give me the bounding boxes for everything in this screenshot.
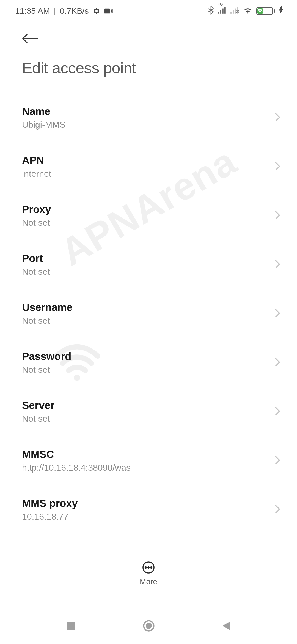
setting-value: Not set <box>22 365 72 375</box>
nav-home-button[interactable] <box>143 620 155 633</box>
setting-mmsc[interactable]: MMSC http://10.16.18.4:38090/was <box>0 436 297 485</box>
chevron-right-icon <box>274 161 280 172</box>
chevron-right-icon <box>274 308 280 319</box>
back-button[interactable] <box>22 33 282 45</box>
chevron-right-icon <box>274 406 280 417</box>
svg-rect-3 <box>220 10 221 14</box>
chevron-right-icon <box>274 455 280 466</box>
svg-rect-5 <box>224 7 226 14</box>
charging-icon <box>279 6 283 16</box>
chevron-right-icon <box>274 259 280 270</box>
nav-bar <box>0 608 297 644</box>
svg-rect-14 <box>67 622 75 630</box>
setting-label: Proxy <box>22 204 51 215</box>
setting-username[interactable]: Username Not set <box>0 289 297 338</box>
setting-label: APN <box>22 155 51 167</box>
battery-icon: 38 <box>256 7 275 15</box>
setting-value: Not set <box>22 267 50 277</box>
setting-label: Name <box>22 106 65 118</box>
setting-value: Ubigi-MMS <box>22 120 65 130</box>
svg-rect-4 <box>222 9 224 14</box>
setting-value: 10.16.18.77 <box>22 512 78 522</box>
chevron-right-icon <box>274 112 280 123</box>
svg-rect-1 <box>104 9 110 14</box>
setting-password[interactable]: Password Not set <box>0 338 297 387</box>
setting-mms-proxy[interactable]: MMS proxy 10.16.18.77 <box>0 485 297 534</box>
setting-value: Not set <box>22 414 54 424</box>
setting-port[interactable]: Port Not set <box>0 240 297 289</box>
bluetooth-icon <box>208 6 214 17</box>
signal-no-icon <box>230 6 239 16</box>
svg-rect-2 <box>218 12 219 13</box>
camera-icon <box>104 8 113 14</box>
setting-proxy[interactable]: Proxy Not set <box>0 191 297 240</box>
status-bar: 11:35 AM | 0.7KB/s 4G 38 <box>0 0 297 22</box>
svg-rect-6 <box>230 12 232 13</box>
status-time: 11:35 AM <box>15 6 50 16</box>
setting-apn[interactable]: APN internet <box>0 142 297 191</box>
setting-value: internet <box>22 169 51 179</box>
chevron-right-icon <box>274 210 280 221</box>
status-separator: | <box>54 6 56 16</box>
page-title: Edit access point <box>22 59 282 77</box>
nav-back-button[interactable] <box>221 621 231 632</box>
setting-value: http://10.16.18.4:38090/was <box>22 463 131 473</box>
svg-rect-8 <box>235 9 236 14</box>
setting-name[interactable]: Name Ubigi-MMS <box>0 93 297 142</box>
setting-label: Username <box>22 302 73 313</box>
setting-label: Server <box>22 400 54 411</box>
setting-label: Password <box>22 351 72 362</box>
chevron-right-icon <box>274 357 280 368</box>
gear-icon <box>93 7 100 15</box>
wifi-icon <box>243 6 252 16</box>
chevron-right-icon <box>274 504 280 515</box>
setting-label: MMS proxy <box>22 498 78 509</box>
header: Edit access point <box>0 22 297 77</box>
setting-value: Not set <box>22 316 73 326</box>
nav-recent-button[interactable] <box>66 621 76 632</box>
settings-list: Name Ubigi-MMS APN internet Proxy Not se… <box>0 77 297 534</box>
setting-label: MMSC <box>22 449 131 460</box>
status-data-rate: 0.7KB/s <box>60 6 89 16</box>
setting-label: Port <box>22 253 50 264</box>
svg-point-16 <box>146 623 152 629</box>
svg-rect-7 <box>233 10 234 14</box>
signal-4g-icon: 4G <box>218 6 227 16</box>
setting-value: Not set <box>22 218 51 228</box>
setting-server[interactable]: Server Not set <box>0 387 297 436</box>
